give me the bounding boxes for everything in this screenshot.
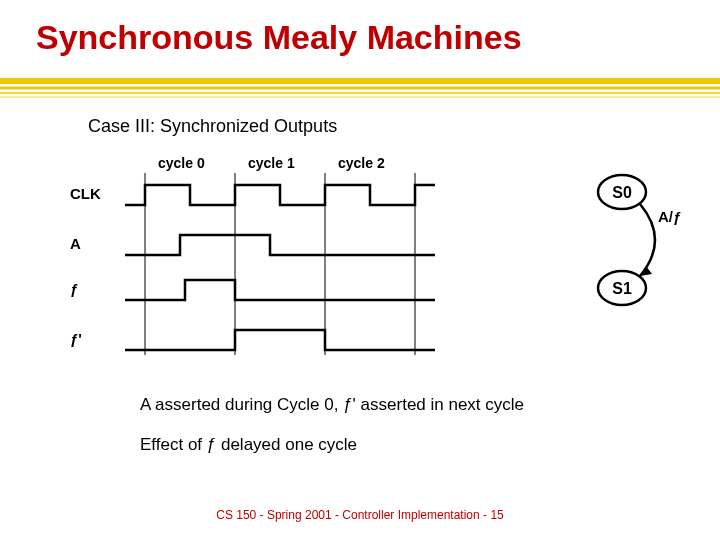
state-graph-svg: S0 S1 A/ƒ [580,170,690,330]
state-s1-label: S1 [612,280,632,297]
body-line-1: A asserted during Cycle 0, ƒ' asserted i… [140,395,524,415]
waveforms [70,155,450,365]
svg-marker-10 [640,266,652,276]
edge-label: A/ƒ [658,208,681,225]
body-line-2: Effect of ƒ delayed one cycle [140,435,357,455]
state-s0-label: S0 [612,184,632,201]
slide-footer: CS 150 - Spring 2001 - Controller Implem… [0,508,720,522]
timing-diagram: cycle 0 cycle 1 cycle 2 CLK A ƒ ƒ' [70,155,450,365]
state-diagram: S0 S1 A/ƒ [580,170,690,330]
slide-title: Synchronous Mealy Machines [0,0,720,67]
title-underline [0,78,720,102]
case-subtitle: Case III: Synchronized Outputs [88,116,337,137]
